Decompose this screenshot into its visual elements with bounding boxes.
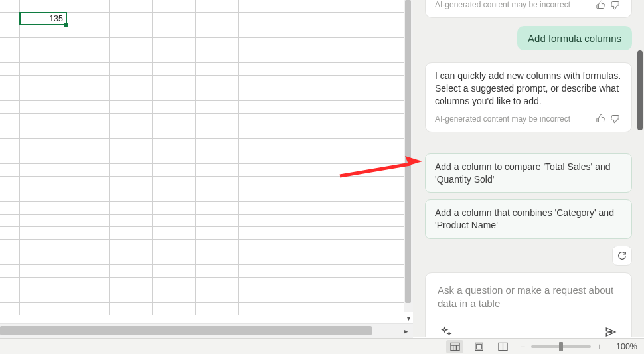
table-row: [0, 177, 413, 189]
sheet-horizontal-scrollbar[interactable]: ▸: [0, 323, 413, 338]
chat-input[interactable]: Ask a question or make a request about d…: [438, 284, 619, 311]
table-row: [0, 0, 413, 13]
grid-cell[interactable]: [20, 0, 66, 12]
table-row: [0, 76, 413, 88]
table-row: [0, 303, 413, 315]
grid-cell[interactable]: [196, 13, 239, 25]
table-row: [0, 215, 413, 227]
thumbs-up-icon[interactable]: [593, 112, 607, 126]
grid-cell[interactable]: [110, 13, 153, 25]
chat-input-card: Ask a question or make a request about d…: [425, 272, 632, 337]
panel-vertical-scrollbar[interactable]: [636, 0, 644, 337]
grid-cell[interactable]: [66, 0, 110, 12]
grid-cell[interactable]: [0, 13, 20, 25]
table-row: [0, 88, 413, 101]
copilot-panel: AI-generated content may be incorrect Ad…: [413, 0, 644, 337]
selected-cell[interactable]: 135: [20, 13, 66, 25]
ai-disclaimer-label: AI-generated content may be incorrect: [435, 114, 570, 124]
zoom-level-label[interactable]: 100%: [611, 342, 637, 351]
svg-rect-7: [476, 344, 481, 349]
zoom-slider-track[interactable]: [531, 345, 591, 348]
zoom-slider-thumb[interactable]: [559, 342, 563, 351]
scroll-right-arrow-icon[interactable]: ▸: [398, 324, 413, 338]
grid-cell[interactable]: [153, 0, 196, 12]
spreadsheet-grid[interactable]: 135: [0, 0, 413, 327]
grid-cell[interactable]: [66, 13, 110, 25]
table-row: 135: [0, 13, 413, 25]
thumbs-down-icon[interactable]: [607, 0, 622, 12]
table-row: [0, 126, 413, 139]
table-row: [0, 101, 413, 114]
scrollbar-track[interactable]: [0, 324, 398, 338]
scrollbar-thumb[interactable]: [0, 326, 372, 335]
table-row: [0, 202, 413, 215]
table-row: [0, 227, 413, 240]
table-row: [0, 265, 413, 278]
grid-cell[interactable]: [282, 0, 325, 12]
table-row: [0, 278, 413, 290]
svg-rect-2: [450, 343, 459, 350]
table-row: [0, 290, 413, 303]
app-root: 135: [0, 0, 644, 354]
scrollbar-thumb[interactable]: [637, 50, 643, 130]
refresh-suggestions-button[interactable]: [612, 246, 632, 266]
zoom-out-button[interactable]: −: [518, 342, 527, 351]
send-icon[interactable]: [602, 323, 619, 337]
user-message-row: Add formula columns: [425, 26, 632, 50]
scrollbar-thumb[interactable]: [405, 0, 411, 303]
table-row: [0, 164, 413, 177]
grid-cell[interactable]: [282, 13, 325, 25]
page-layout-view-button[interactable]: [470, 340, 487, 353]
assistant-message-card: AI-generated content may be incorrect: [425, 0, 632, 18]
table-row: [0, 252, 413, 265]
grid-cell[interactable]: [196, 0, 239, 12]
assistant-message-card: I can quickly add new columns with formu…: [425, 62, 632, 132]
status-bar: − + 100%: [0, 338, 644, 354]
grid-cell[interactable]: [153, 13, 196, 25]
table-row: [0, 240, 413, 252]
grid-cell[interactable]: [239, 0, 282, 12]
table-row: [0, 151, 413, 164]
table-row: [0, 25, 413, 38]
table-row: [0, 38, 413, 50]
table-row: [0, 63, 413, 76]
page-break-view-button[interactable]: [494, 340, 511, 353]
zoom-slider[interactable]: − +: [518, 342, 604, 351]
table-row: [0, 50, 413, 63]
grid-cell[interactable]: [325, 0, 368, 12]
scroll-down-arrow-icon[interactable]: ▾: [404, 312, 413, 324]
table-row: [0, 139, 413, 151]
normal-view-button[interactable]: [446, 340, 463, 353]
sparkle-icon[interactable]: [438, 323, 455, 337]
zoom-in-button[interactable]: +: [595, 342, 604, 351]
thumbs-down-icon[interactable]: [607, 112, 622, 126]
grid-cell[interactable]: [239, 13, 282, 25]
thumbs-up-icon[interactable]: [593, 0, 607, 12]
grid-cell[interactable]: [0, 0, 20, 12]
assistant-message-text: I can quickly add new columns with formu…: [435, 70, 622, 108]
grid-cell[interactable]: [325, 13, 368, 25]
suggestion-prompt[interactable]: Add a column to compare 'Total Sales' an…: [425, 153, 632, 193]
table-row: [0, 189, 413, 202]
sheet-vertical-scrollbar[interactable]: ▾: [404, 0, 413, 312]
table-row: [0, 114, 413, 126]
suggestion-prompt[interactable]: Add a column that combines 'Category' an…: [425, 199, 632, 239]
grid-cell[interactable]: [110, 0, 153, 12]
ai-disclaimer-label: AI-generated content may be incorrect: [435, 0, 570, 10]
user-message-bubble: Add formula columns: [517, 26, 632, 50]
